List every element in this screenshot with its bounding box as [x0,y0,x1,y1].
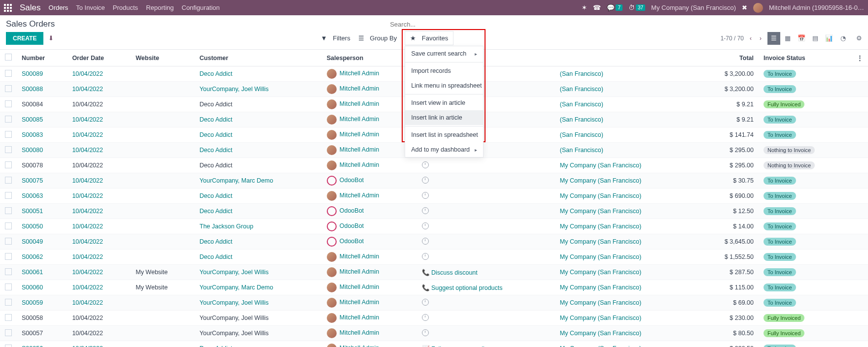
company-cell[interactable]: My Company (San Francisco) [560,284,641,291]
salesperson-cell[interactable]: Mitchell Admin [340,116,380,123]
customer-cell[interactable]: The Jackson Group [200,223,253,230]
table-row[interactable]: S0005010/04/2022The Jackson GroupOdooBot… [0,219,868,234]
filters-button[interactable]: ▼ Filters [321,34,350,42]
row-checkbox[interactable] [5,161,12,168]
view-graph[interactable]: 📊 [823,32,835,45]
clock-icon[interactable] [422,222,429,229]
nav-configuration[interactable]: Configuration [182,4,220,11]
group-by-button[interactable]: ☰ Group By [358,34,397,42]
clock-icon[interactable] [422,299,429,306]
table-row[interactable]: S0007510/04/2022YourCompany, Marc DemoOd… [0,173,868,189]
row-checkbox[interactable] [5,268,12,275]
company-cell[interactable]: My Company (San Francisco) [560,223,641,230]
menu-add-dashboard[interactable]: Add to my dashboard▸ [405,142,483,157]
table-row[interactable]: S0006110/04/2022My WebsiteYourCompany, J… [0,265,868,280]
row-checkbox[interactable] [5,207,12,214]
order-number[interactable]: S00085 [22,116,43,123]
menu-import-records[interactable]: Import records [405,63,483,78]
salesperson-cell[interactable]: Mitchell Admin [340,100,380,107]
row-checkbox[interactable] [5,146,12,153]
salesperson-cell[interactable]: OdooBot [340,207,364,214]
col-invoice-status[interactable]: Invoice Status [759,50,852,66]
company-cell[interactable]: My Company (San Francisco) [560,345,641,347]
user-avatar[interactable] [753,3,763,13]
phone-icon[interactable]: 📞 [422,269,430,276]
order-number[interactable]: S00062 [22,253,43,260]
row-checkbox[interactable] [5,284,12,290]
order-number[interactable]: S00051 [22,208,43,215]
clock-icon[interactable] [422,177,429,184]
customer-cell[interactable]: YourCompany, Joel Willis [200,330,269,337]
salesperson-cell[interactable]: Mitchell Admin [340,253,380,260]
salesperson-cell[interactable]: Mitchell Admin [340,192,380,199]
salesperson-cell[interactable]: OdooBot [340,177,364,184]
col-company[interactable] [555,50,694,66]
order-number[interactable]: S00057 [22,330,43,337]
customer-cell[interactable]: YourCompany, Joel Willis [200,315,269,321]
order-number[interactable]: S00075 [22,177,43,184]
company-cell[interactable]: (San Francisco) [560,101,603,108]
table-row[interactable]: S0005810/04/2022YourCompany, Joel Willis… [0,311,868,326]
customer-cell[interactable]: YourCompany, Joel Willis [200,269,269,276]
row-checkbox[interactable] [5,299,12,306]
salesperson-cell[interactable]: Mitchell Admin [340,314,380,321]
salesperson-cell[interactable]: Mitchell Admin [340,85,380,92]
col-website[interactable]: Website [131,50,195,66]
table-row[interactable]: S0006310/04/2022Deco AddictMitchell Admi… [0,189,868,204]
view-pivot[interactable]: ▤ [809,32,822,45]
order-number[interactable]: S00056 [22,345,43,347]
menu-insert-view[interactable]: Insert view in article [405,95,483,110]
row-checkbox[interactable] [5,177,12,184]
customer-cell[interactable]: Deco Addict [200,147,233,154]
company-cell[interactable]: (San Francisco) [560,70,603,77]
clock-icon[interactable] [422,238,429,245]
clock-icon[interactable] [422,253,429,260]
salesperson-cell[interactable]: Mitchell Admin [340,329,380,336]
activity-text[interactable]: Discuss discount [431,269,478,276]
company-cell[interactable]: (San Francisco) [560,116,603,123]
messages-icon[interactable]: 💬7 [607,4,623,11]
activities-icon[interactable]: ⏱37 [628,4,645,11]
table-row[interactable]: S0005910/04/2022YourCompany, Joel Willis… [0,295,868,311]
col-order-date[interactable]: Order Date [67,50,131,66]
company-cell[interactable]: My Company (San Francisco) [560,315,641,321]
company-cell[interactable]: My Company (San Francisco) [560,330,641,337]
company-switcher[interactable]: My Company (San Francisco) [651,4,736,11]
customer-cell[interactable]: YourCompany, Joel Willis [200,299,269,306]
company-cell[interactable]: My Company (San Francisco) [560,269,641,276]
wrench-icon[interactable]: ✖ [742,4,747,11]
salesperson-cell[interactable]: OdooBot [340,238,364,245]
company-cell[interactable]: (San Francisco) [560,131,603,138]
row-checkbox[interactable] [5,345,12,347]
row-checkbox[interactable] [5,192,12,199]
order-number[interactable]: S00084 [22,101,43,108]
customer-cell[interactable]: Deco Addict [200,131,233,138]
activity-text[interactable]: Follow-up on upsell [431,346,485,347]
salesperson-cell[interactable]: Mitchell Admin [340,299,380,306]
company-cell[interactable]: (San Francisco) [560,86,603,93]
row-checkbox[interactable] [5,238,12,245]
company-cell[interactable]: (San Francisco) [560,147,603,154]
clock-icon[interactable] [422,329,429,336]
order-number[interactable]: S00063 [22,192,43,199]
company-cell[interactable]: My Company (San Francisco) [560,299,641,306]
row-checkbox[interactable] [5,85,12,92]
col-total[interactable]: Total [694,50,759,66]
menu-link-spreadsheet[interactable]: Link menu in spreadsheet [405,78,483,93]
row-checkbox[interactable] [5,100,12,107]
add-column-icon[interactable]: ⋮ [857,55,863,62]
col-salesperson[interactable]: Salesperson [322,50,417,66]
table-row[interactable]: S0005610/04/2022Deco AddictMitchell Admi… [0,341,868,347]
bug-icon[interactable]: ✶ [582,4,587,11]
order-number[interactable]: S00088 [22,86,43,93]
salesperson-cell[interactable]: Mitchell Admin [340,284,380,290]
apps-icon[interactable] [4,4,12,12]
download-icon[interactable]: ⬇ [48,34,54,42]
view-kanban[interactable]: ▦ [781,32,794,45]
customer-cell[interactable]: Deco Addict [200,116,233,123]
nav-products[interactable]: Products [113,4,138,11]
order-number[interactable]: S00078 [22,162,43,169]
nav-orders[interactable]: Orders [49,4,69,11]
activity-text[interactable]: Suggest optional products [431,284,503,291]
table-row[interactable]: S0005710/04/2022YourCompany, Joel Willis… [0,326,868,341]
